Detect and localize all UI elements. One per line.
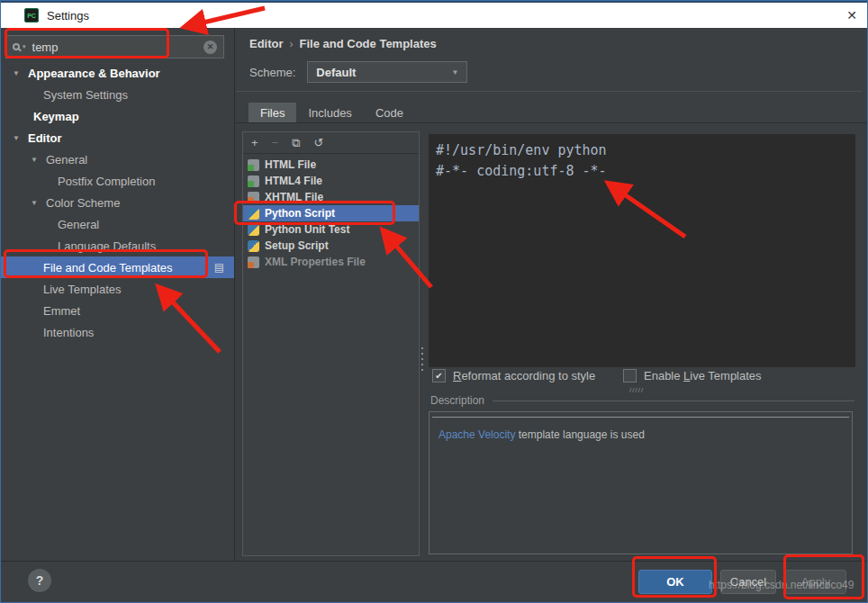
settings-tree: ▼ Appearance & Behavior System Settings …: [1, 62, 234, 343]
python-file-icon: [248, 224, 259, 236]
list-item-python-script[interactable]: Python Script: [243, 205, 419, 221]
clear-search-icon[interactable]: ✕: [203, 40, 217, 54]
description-box: Apache Velocity template language is use…: [429, 411, 853, 554]
settings-sidebar: ▾ temp ✕ ▼ Appearance & Behavior System …: [1, 28, 235, 561]
help-button[interactable]: ?: [28, 569, 51, 592]
ok-button[interactable]: OK: [638, 570, 712, 594]
file-list-items: HTML File HTML4 File XHTML File Python S…: [243, 154, 419, 270]
sidebar-item-label: Emmet: [43, 304, 80, 318]
code-line: #-*- coding:utf-8 -*-: [436, 161, 855, 182]
scheme-label: Scheme:: [249, 66, 295, 79]
settings-content: Editor›File and Code Templates Scheme: D…: [236, 28, 867, 561]
list-item-setup-script[interactable]: Setup Script: [243, 238, 419, 254]
sidebar-item-label: Live Templates: [43, 283, 121, 296]
xml-file-icon: [248, 256, 259, 268]
live-templates-option: Enable Live Templates: [623, 369, 762, 382]
sidebar-item-editor[interactable]: ▼ Editor: [1, 127, 234, 148]
add-template-icon[interactable]: +: [251, 137, 258, 148]
chevron-down-icon[interactable]: ▼: [31, 156, 46, 164]
pycharm-icon: PC: [24, 8, 39, 22]
watermark-text: https://blog.csdn.net/lincoco49: [709, 579, 854, 591]
list-item-xhtml-file[interactable]: XHTML File: [243, 189, 419, 205]
list-item-label: XML Properties File: [265, 256, 366, 268]
file-list-toolbar: + − ⧉ ↺: [243, 132, 419, 154]
template-file-list: + − ⧉ ↺ HTML File HTML4 File XHTML File: [242, 131, 420, 556]
reformat-checkbox[interactable]: ✔: [432, 369, 446, 382]
list-item-html-file[interactable]: HTML File: [243, 157, 419, 173]
search-input[interactable]: ▾ temp ✕: [5, 35, 224, 58]
breadcrumb-editor[interactable]: Editor: [249, 37, 284, 50]
list-item-xml-properties-file[interactable]: XML Properties File: [243, 254, 419, 270]
sidebar-item-keymap[interactable]: Keymap: [1, 105, 234, 127]
tab-files[interactable]: Files: [249, 103, 296, 122]
chevron-down-icon: ▼: [451, 68, 458, 76]
sidebar-item-label: General: [46, 153, 87, 166]
sidebar-item-color-scheme-general[interactable]: General: [1, 213, 234, 235]
html-file-icon: [248, 159, 259, 171]
scheme-dropdown[interactable]: Default ▼: [307, 61, 467, 83]
sidebar-item-label: Appearance & Behavior: [28, 67, 160, 80]
breadcrumb: Editor›File and Code Templates: [249, 37, 437, 50]
html-file-icon: [248, 176, 259, 187]
python-file-icon: [248, 240, 259, 252]
sidebar-item-general[interactable]: ▼ General: [1, 148, 234, 170]
panel-splitter-handle[interactable]: [421, 347, 423, 373]
sidebar-item-system-settings[interactable]: System Settings: [1, 84, 234, 105]
sidebar-item-label: Color Scheme: [46, 196, 120, 210]
description-text: Apache Velocity template language is use…: [439, 428, 645, 441]
sidebar-item-language-defaults[interactable]: Language Defaults: [1, 235, 234, 256]
search-options-caret-icon[interactable]: ▾: [23, 43, 26, 50]
sidebar-item-file-and-code-templates[interactable]: File and Code Templates ▤: [1, 256, 234, 278]
apache-velocity-link[interactable]: Apache Velocity: [439, 428, 515, 441]
list-item-label: XHTML File: [265, 191, 323, 203]
sidebar-item-label: File and Code Templates: [43, 261, 173, 274]
templates-list-icon: ▤: [214, 261, 224, 274]
chevron-down-icon[interactable]: ▼: [13, 134, 28, 142]
tab-code[interactable]: Code: [364, 103, 415, 122]
sidebar-item-label: General: [58, 218, 99, 231]
hatch-marks: /////: [629, 386, 644, 394]
search-value: temp: [32, 40, 59, 54]
live-templates-checkbox[interactable]: [623, 369, 637, 382]
scheme-row: Scheme: Default ▼: [249, 61, 467, 83]
chevron-down-icon[interactable]: ▼: [31, 199, 46, 207]
reformat-option: ✔ Reformat according to style: [432, 369, 595, 382]
description-rule: [493, 400, 854, 401]
reset-template-icon[interactable]: ↺: [313, 137, 323, 148]
breadcrumb-separator: ›: [290, 38, 294, 50]
sidebar-item-intentions[interactable]: Intentions: [1, 321, 234, 343]
sidebar-item-emmet[interactable]: Emmet: [1, 300, 234, 321]
sidebar-item-live-templates[interactable]: Live Templates: [1, 278, 234, 300]
sidebar-item-label: Editor: [28, 131, 62, 145]
list-item-label: Python Unit Test: [265, 223, 349, 236]
window-title: Settings: [47, 9, 89, 22]
scheme-value: Default: [316, 66, 356, 79]
list-item-html4-file[interactable]: HTML4 File: [243, 173, 419, 189]
live-templates-label: Enable Live Templates: [644, 369, 762, 382]
sidebar-item-label: Postfix Completion: [58, 175, 155, 188]
list-item-label: HTML File: [265, 158, 316, 171]
tab-includes[interactable]: Includes: [296, 103, 363, 122]
close-icon[interactable]: ✕: [836, 4, 867, 27]
sidebar-item-appearance-behavior[interactable]: ▼ Appearance & Behavior: [1, 62, 234, 84]
title-bar: PC Settings ✕: [1, 1, 867, 28]
sidebar-item-label: Keymap: [33, 110, 79, 123]
chevron-down-icon[interactable]: ▼: [13, 69, 28, 77]
code-line: #!/usr/bin/env python: [436, 140, 855, 161]
sidebar-item-label: Language Defaults: [58, 239, 156, 253]
sidebar-item-color-scheme[interactable]: ▼ Color Scheme: [1, 192, 234, 213]
reformat-label: Reformat according to style: [453, 369, 595, 382]
description-label: Description: [430, 394, 484, 407]
header-separator: [236, 91, 862, 92]
template-editor[interactable]: #!/usr/bin/env python#-*- coding:utf-8 -…: [429, 134, 855, 367]
copy-template-icon[interactable]: ⧉: [292, 137, 300, 148]
breadcrumb-file-and-code-templates: File and Code Templates: [300, 37, 437, 50]
xhtml-file-icon: [248, 192, 259, 203]
list-item-label: Setup Script: [265, 239, 329, 252]
description-header: Description: [430, 394, 854, 407]
sidebar-item-label: Intentions: [43, 326, 94, 339]
settings-dialog: PC Settings ✕ ▾ temp ✕ ▼ Appearance & Be…: [0, 0, 868, 603]
sidebar-item-postfix-completion[interactable]: Postfix Completion: [1, 170, 234, 192]
list-item-python-unit-test[interactable]: Python Unit Test: [243, 221, 419, 238]
list-item-label: Python Script: [265, 207, 335, 220]
